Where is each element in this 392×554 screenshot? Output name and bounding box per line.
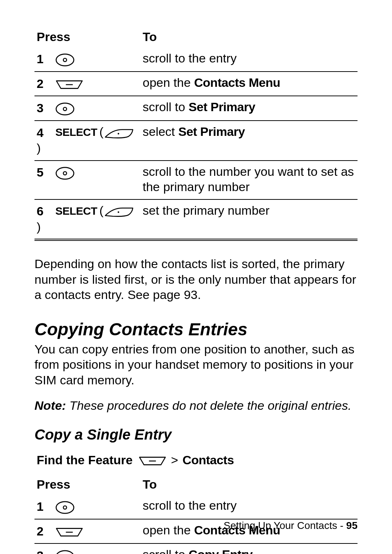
nav-key-icon bbox=[55, 165, 75, 180]
section-heading: Copying Contacts Entries bbox=[34, 319, 358, 339]
step-action: scroll to bbox=[143, 100, 189, 114]
feature-target: Contacts bbox=[183, 453, 234, 467]
menu-name: Contacts Menu bbox=[194, 76, 280, 89]
step-number: 6 bbox=[37, 203, 52, 219]
steps-table-copy-entry: Press To 1 scroll to the entry 2 bbox=[34, 477, 358, 554]
step-action: scroll to the number you want to set as … bbox=[143, 165, 354, 194]
step-action: scroll to the entry bbox=[143, 498, 237, 512]
table-row: 6 SELECT() set the primary number bbox=[34, 199, 358, 240]
page-footer: Setting Up Your Contacts - 95 bbox=[224, 520, 358, 531]
nav-key-icon bbox=[55, 548, 75, 554]
nav-key-icon bbox=[55, 100, 75, 116]
softkey-icon bbox=[103, 203, 135, 219]
note-text: These procedures do not delete the origi… bbox=[66, 399, 351, 412]
col-header-press: Press bbox=[34, 29, 140, 48]
col-header-press: Press bbox=[34, 477, 140, 495]
menu-key-icon bbox=[138, 453, 167, 467]
table-row: 1 scroll to the entry bbox=[34, 495, 358, 519]
chevron-right-icon: > bbox=[171, 453, 178, 467]
step-action: scroll to the entry bbox=[143, 51, 237, 65]
step-action: scroll to bbox=[143, 547, 189, 554]
table-row: 1 scroll to the entry bbox=[34, 48, 358, 72]
find-feature-label: Find the Feature bbox=[37, 453, 138, 467]
table-row: 2 open the Contacts Menu bbox=[34, 72, 358, 96]
table-row: 3 scroll to Copy Entry bbox=[34, 543, 358, 554]
step-action: select bbox=[143, 125, 178, 138]
step-number: 1 bbox=[37, 51, 52, 67]
menu-key-icon bbox=[55, 523, 83, 539]
nav-key-icon bbox=[55, 51, 75, 67]
open-paren: ( bbox=[99, 125, 103, 138]
feature-path: > Contacts bbox=[138, 453, 234, 467]
table-row: 4 SELECT() select Set Primary bbox=[34, 121, 358, 161]
select-label: SELECT bbox=[55, 126, 97, 138]
step-number: 2 bbox=[37, 523, 52, 539]
open-paren: ( bbox=[99, 203, 103, 217]
find-feature-row: Find the Feature > Contacts bbox=[37, 453, 358, 467]
menu-key-icon bbox=[55, 76, 83, 92]
section-intro: You can copy entries from one position t… bbox=[34, 341, 358, 388]
step-number: 2 bbox=[37, 76, 52, 92]
subsection-heading: Copy a Single Entry bbox=[34, 426, 358, 443]
step-action: open the bbox=[143, 523, 194, 537]
footer-section: Setting Up Your Contacts - bbox=[224, 520, 346, 531]
steps-table-set-primary: Press To 1 scroll to the entry 2 bbox=[34, 29, 358, 241]
nav-key-icon bbox=[55, 499, 75, 514]
table-row: 3 scroll to Set Primary bbox=[34, 96, 358, 121]
menu-name: Set Primary bbox=[189, 100, 256, 114]
menu-name: Copy Entry bbox=[189, 547, 253, 554]
table-row: 5 scroll to the number you want to set a… bbox=[34, 161, 358, 199]
step-number: 4 bbox=[37, 125, 52, 141]
step-number: 5 bbox=[37, 165, 52, 180]
col-header-to: To bbox=[140, 29, 358, 48]
page-number: 95 bbox=[346, 520, 358, 531]
col-header-to: To bbox=[140, 477, 358, 495]
body-paragraph: Depending on how the contacts list is so… bbox=[34, 256, 358, 303]
note-paragraph: Note: These procedures do not delete the… bbox=[34, 398, 358, 413]
manual-page: Press To 1 scroll to the entry 2 bbox=[0, 0, 392, 554]
step-action: set the primary number bbox=[143, 203, 270, 217]
menu-name: Set Primary bbox=[178, 125, 245, 138]
step-number: 1 bbox=[37, 499, 52, 514]
step-number: 3 bbox=[37, 548, 52, 554]
note-label: Note: bbox=[34, 399, 66, 412]
step-action: open the bbox=[143, 76, 194, 89]
step-number: 3 bbox=[37, 100, 52, 116]
close-paren: ) bbox=[37, 220, 41, 234]
close-paren: ) bbox=[37, 141, 41, 155]
softkey-icon bbox=[103, 125, 135, 141]
select-label: SELECT bbox=[55, 205, 97, 217]
